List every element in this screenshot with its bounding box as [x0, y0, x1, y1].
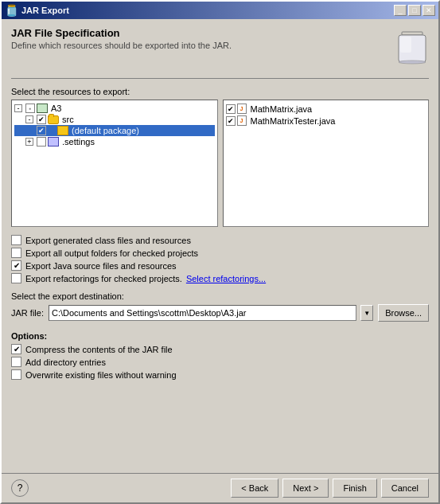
help-button[interactable]: ?: [11, 479, 29, 497]
svg-point-2: [399, 61, 426, 64]
main-content: JAR File Specification Define which reso…: [2, 19, 438, 473]
page-subtitle: Define which resources should be exporte…: [11, 41, 232, 50]
label-export-class: Export generated class files and resourc…: [25, 236, 191, 245]
label-src: src: [62, 115, 74, 124]
export-options: Export generated class files and resourc…: [11, 235, 429, 283]
nav-buttons: < Back Next > Finish Cancel: [231, 479, 429, 498]
tree-item-a3[interactable]: - ▪ A3: [14, 103, 215, 114]
label-export-source: Export Java source files and resources: [25, 261, 177, 271]
option-export-class: Export generated class files and resourc…: [11, 235, 429, 245]
tree-panels: - ▪ A3 - ✔ src ✔: [11, 100, 429, 227]
option-add-dir: Add directory entries: [11, 357, 429, 367]
destination-section: Select the export destination: JAR file:…: [11, 291, 429, 322]
tree-item-settings[interactable]: + .settings: [14, 136, 215, 147]
label-mathmatrix: MathMatrix.java: [251, 104, 313, 114]
maximize-button[interactable]: □: [408, 5, 421, 16]
option-compress: ✔ Compress the contents of the JAR file: [11, 344, 429, 354]
jar-icon: [395, 27, 429, 67]
label-overwrite: Overwrite existing files without warning: [25, 370, 177, 380]
check-export-refactoring[interactable]: [11, 273, 21, 283]
minimize-button[interactable]: _: [394, 5, 407, 16]
check-overwrite[interactable]: [11, 369, 21, 380]
check-src[interactable]: ✔: [37, 115, 46, 124]
window-icon: 🫙: [5, 4, 18, 17]
window-title: JAR Export: [21, 6, 69, 15]
check-add-dir[interactable]: [11, 357, 21, 367]
header-text: JAR File Specification Define which reso…: [11, 27, 232, 50]
window: 🫙 JAR Export _ □ ✕ JAR File Specificatio…: [0, 0, 440, 504]
back-button[interactable]: < Back: [231, 479, 278, 498]
check-export-output[interactable]: [11, 248, 21, 258]
dropdown-arrow[interactable]: ▼: [360, 305, 373, 321]
jar-options: ✔ Compress the contents of the JAR file …: [11, 344, 429, 380]
check-export-class[interactable]: [11, 235, 21, 245]
check-mathmatrix[interactable]: ✔: [226, 104, 236, 114]
resources-label: Select the resources to export:: [11, 87, 429, 96]
jar-file-input[interactable]: [49, 305, 356, 321]
svg-rect-3: [400, 37, 411, 53]
option-export-refactoring: Export refactorings for checked projects…: [11, 273, 429, 283]
expand-src[interactable]: -: [25, 115, 33, 123]
left-tree-panel[interactable]: - ▪ A3 - ✔ src ✔: [11, 100, 218, 227]
label-export-output: Export all output folders for checked pr…: [25, 248, 198, 258]
select-refactorings-link[interactable]: Select refactorings...: [186, 274, 266, 283]
check-default-package[interactable]: ✔: [37, 126, 46, 135]
label-add-dir: Add directory entries: [25, 357, 106, 367]
check-compress[interactable]: ✔: [11, 344, 21, 354]
cancel-button[interactable]: Cancel: [381, 479, 429, 498]
header-divider: [11, 78, 429, 79]
title-bar-left: 🫙 JAR Export: [5, 4, 69, 17]
java-icon-mathmatrixtester: J: [237, 115, 247, 126]
label-export-refactoring: Export refactorings for checked projects…: [25, 274, 182, 283]
folder-icon-src: [48, 115, 59, 124]
package-icon: [57, 126, 68, 135]
jar-file-label: JAR file:: [11, 308, 44, 318]
options-label: Options:: [11, 331, 429, 341]
right-files-panel[interactable]: ✔ J MathMatrix.java ✔ J MathMatrixTester…: [223, 100, 430, 227]
option-overwrite: Overwrite existing files without warning: [11, 369, 429, 380]
expand-a3[interactable]: -: [14, 104, 22, 112]
jar-options-section: Options: ✔ Compress the contents of the …: [11, 326, 429, 380]
finish-button[interactable]: Finish: [333, 479, 376, 498]
tree-item-default-package[interactable]: ✔ (default package): [14, 125, 215, 136]
header-section: JAR File Specification Define which reso…: [11, 27, 429, 67]
close-button[interactable]: ✕: [422, 5, 435, 16]
label-a3: A3: [51, 104, 61, 113]
check-settings[interactable]: [37, 137, 46, 147]
title-bar: 🫙 JAR Export _ □ ✕: [2, 2, 438, 19]
file-item-mathmatrix[interactable]: ✔ J MathMatrix.java: [226, 103, 426, 115]
java-icon-mathmatrix: J: [237, 104, 247, 114]
check-mathmatrixtester[interactable]: ✔: [226, 116, 236, 126]
label-default-package: (default package): [72, 126, 139, 135]
label-settings: .settings: [62, 137, 95, 147]
check-a3[interactable]: ▪: [25, 104, 35, 113]
title-bar-buttons: _ □ ✕: [394, 5, 435, 16]
browse-button[interactable]: Browse...: [378, 304, 429, 322]
dest-row: JAR file: ▼ Browse...: [11, 304, 429, 322]
check-export-source[interactable]: ✔: [11, 260, 21, 271]
project-icon-a3: [37, 104, 48, 113]
settings-folder-icon: [48, 137, 59, 147]
label-mathmatrixtester: MathMatrixTester.java: [251, 116, 336, 126]
next-button[interactable]: Next >: [282, 479, 329, 498]
tree-item-src[interactable]: - ✔ src: [14, 114, 215, 125]
label-compress: Compress the contents of the JAR file: [25, 345, 173, 354]
resources-section: Select the resources to export: - ▪ A3 -…: [11, 87, 429, 227]
option-export-output: Export all output folders for checked pr…: [11, 248, 429, 258]
page-title: JAR File Specification: [11, 27, 232, 39]
dest-section-label: Select the export destination:: [11, 291, 429, 301]
bottom-bar: ? < Back Next > Finish Cancel: [2, 473, 438, 502]
option-export-source: ✔ Export Java source files and resources: [11, 260, 429, 271]
file-item-mathmatrixtester[interactable]: ✔ J MathMatrixTester.java: [226, 115, 426, 127]
expand-settings[interactable]: +: [25, 138, 33, 146]
svg-rect-0: [402, 32, 422, 35]
